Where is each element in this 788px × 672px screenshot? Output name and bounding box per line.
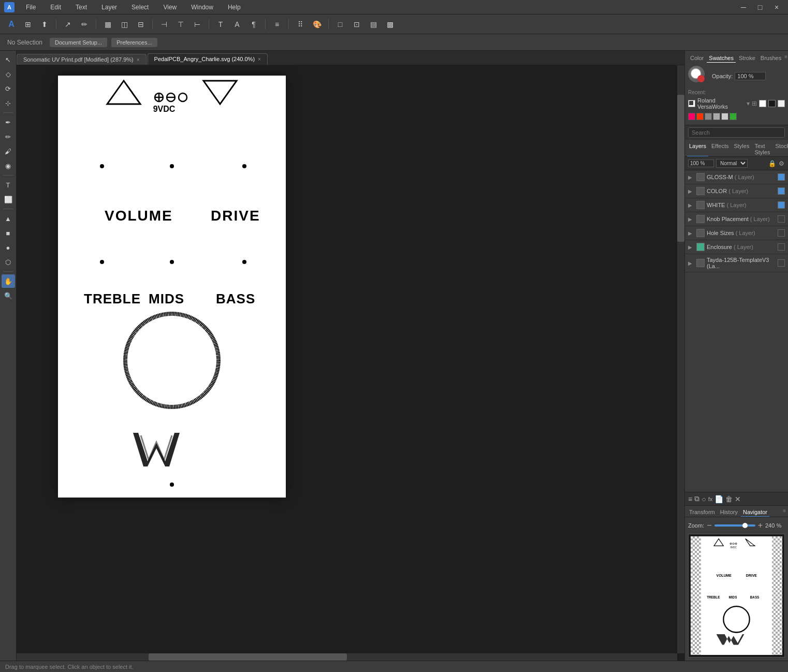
menu-layer[interactable]: Layer: [98, 3, 120, 12]
preferences-button[interactable]: Preferences...: [111, 38, 157, 47]
toolbar-square2-icon[interactable]: ⊡: [349, 17, 364, 32]
swatch-mid-gray[interactable]: [713, 113, 720, 120]
layer-item-hole[interactable]: ▶ Hole Sizes ( Layer): [685, 226, 788, 240]
layers-search-input[interactable]: [688, 127, 785, 138]
opacity-input[interactable]: [735, 72, 766, 80]
swatch-red[interactable]: [696, 113, 704, 120]
menu-window[interactable]: Window: [188, 3, 216, 12]
toolbar-square1-icon[interactable]: □: [333, 17, 347, 32]
toolbar-text-icon[interactable]: T: [213, 17, 228, 32]
layer-check-white[interactable]: [778, 201, 785, 209]
tool-pencil[interactable]: ✏: [2, 130, 15, 143]
toolbar-align1-icon[interactable]: ⊣: [157, 17, 171, 32]
zoom-out-button[interactable]: −: [706, 520, 712, 531]
toolbar-text3-icon[interactable]: ¶: [246, 17, 261, 32]
toolbar-text2-icon[interactable]: A: [230, 17, 244, 32]
layers-bottom-trash-icon[interactable]: 🗑: [725, 495, 733, 503]
toolbar-grid2-icon[interactable]: ▦: [100, 17, 115, 32]
layer-check-enclosure[interactable]: [778, 243, 785, 251]
menu-help[interactable]: Help: [225, 3, 244, 12]
tab-stroke[interactable]: Stroke: [737, 54, 757, 63]
tool-text[interactable]: T: [2, 178, 15, 192]
canvas-content[interactable]: 9VDC VOLUME DRIVE: [17, 65, 684, 661]
blend-mode-select[interactable]: Normal: [716, 159, 748, 168]
layer-arrow-color[interactable]: ▶: [688, 188, 694, 194]
tool-brush[interactable]: 🖌: [2, 144, 15, 158]
minimize-button[interactable]: ─: [736, 0, 751, 14]
layer-item-tayda[interactable]: ▶ Tayda-125B-TemplateV3 (La...: [685, 254, 788, 272]
swatch-light-gray[interactable]: [778, 100, 785, 107]
tool-rect[interactable]: ■: [2, 226, 15, 240]
tool-hand[interactable]: ✋: [2, 274, 15, 288]
tab-history[interactable]: History: [718, 508, 740, 517]
swatch-white[interactable]: [759, 100, 766, 107]
toolbar-share-icon[interactable]: ⬆: [37, 17, 52, 32]
swatch-pink[interactable]: [688, 113, 695, 120]
layer-item-color[interactable]: ▶ COLOR ( Layer): [685, 184, 788, 198]
tab-text-styles[interactable]: Text Styles: [752, 142, 772, 156]
tab-transform[interactable]: Transform: [687, 508, 717, 517]
layer-check-gloss-m[interactable]: [778, 173, 785, 181]
layer-check-knob[interactable]: [778, 215, 785, 223]
toolbar-cursor-icon[interactable]: ↗: [61, 17, 75, 32]
document-setup-button[interactable]: Document Setup...: [50, 38, 107, 47]
layers-bottom-fx-icon[interactable]: fx: [708, 496, 713, 502]
maximize-button[interactable]: □: [753, 0, 767, 14]
color-swatch-area[interactable]: [688, 66, 709, 86]
tab-stock[interactable]: Stock: [773, 142, 788, 156]
tool-fill[interactable]: ◉: [2, 159, 15, 172]
layer-arrow-knob[interactable]: ▶: [688, 216, 694, 222]
recent-dropdown-arrow[interactable]: ▾: [747, 100, 750, 107]
toolbar-square3-icon[interactable]: ▤: [366, 17, 381, 32]
canvas-scrollbar-horizontal[interactable]: [17, 653, 677, 661]
navigator-preview[interactable]: ⊕⊖⊕ 9VDC VOLUME DRIVE TREBLE MIDS BASS: [688, 534, 785, 658]
transform-panel-expand-icon[interactable]: ≡: [783, 508, 786, 517]
tool-node[interactable]: ◇: [2, 67, 15, 81]
layer-item-gloss-m[interactable]: ▶ GLOSS-M ( Layer): [685, 170, 788, 184]
layer-check-color[interactable]: [778, 187, 785, 195]
layer-arrow-gloss-m[interactable]: ▶: [688, 174, 694, 180]
menu-text[interactable]: Text: [72, 3, 90, 12]
toolbar-brush-icon[interactable]: ✏: [77, 17, 92, 32]
swatch-gray[interactable]: [705, 113, 712, 120]
toolbar-paint-icon[interactable]: 🎨: [310, 17, 324, 32]
tab-styles[interactable]: Styles: [732, 142, 751, 156]
layer-arrow-tayda[interactable]: ▶: [688, 260, 694, 266]
menu-select[interactable]: Select: [128, 3, 152, 12]
layer-arrow-hole[interactable]: ▶: [688, 230, 694, 236]
toolbar-align3-icon[interactable]: ⊢: [190, 17, 205, 32]
tool-frame[interactable]: ⬜: [2, 193, 15, 206]
settings-layer-icon[interactable]: ⚙: [778, 159, 785, 168]
tab-effects[interactable]: Effects: [709, 142, 731, 156]
panel-expand-icon[interactable]: ≡: [784, 54, 787, 63]
layers-bottom-new-icon[interactable]: 📄: [714, 495, 723, 503]
tab-close-pedalpcb[interactable]: ×: [258, 56, 261, 62]
layer-check-hole[interactable]: [778, 229, 785, 237]
swatch-light-gray2[interactable]: [721, 113, 728, 120]
tab-navigator[interactable]: Navigator: [741, 508, 769, 517]
menu-edit[interactable]: Edit: [47, 3, 64, 12]
tool-poly[interactable]: ⬡: [2, 255, 15, 269]
layers-bottom-duplicate-icon[interactable]: ⧉: [694, 494, 699, 503]
tab-layers[interactable]: Layers: [687, 142, 708, 156]
zoom-in-button[interactable]: +: [757, 520, 763, 531]
swatch-green[interactable]: [729, 113, 737, 120]
layer-item-knob[interactable]: ▶ Knob Placement ( Layer): [685, 212, 788, 226]
layer-item-white[interactable]: ▶ WHITE ( Layer): [685, 198, 788, 212]
recent-dropdown[interactable]: Roland VersaWorks ▾ ⊞: [688, 97, 785, 110]
tool-transform[interactable]: ⟳: [2, 82, 15, 95]
zoom-slider[interactable]: [714, 524, 755, 527]
toolbar-square4-icon[interactable]: ▩: [383, 17, 397, 32]
layers-bottom-delete-icon[interactable]: ✕: [735, 495, 741, 503]
layers-bottom-mask-icon[interactable]: ○: [702, 495, 706, 503]
tab-brushes[interactable]: Brushes: [758, 54, 783, 63]
tool-crop[interactable]: ⊹: [2, 96, 15, 110]
tab-sonomatic[interactable]: Sonomatic UV Print.pdf [Modified] (287.9…: [17, 54, 147, 65]
tab-pedalpcb[interactable]: PedalPCB_Angry_Charlie.svg (240.0%) ×: [148, 53, 268, 65]
tab-close-sonomatic[interactable]: ×: [137, 57, 140, 63]
layer-check-tayda[interactable]: [778, 259, 785, 267]
layer-arrow-white[interactable]: ▶: [688, 202, 694, 208]
menu-file[interactable]: File: [23, 3, 39, 12]
tool-pen[interactable]: ✒: [2, 115, 15, 129]
tool-ellipse[interactable]: ●: [2, 241, 15, 254]
